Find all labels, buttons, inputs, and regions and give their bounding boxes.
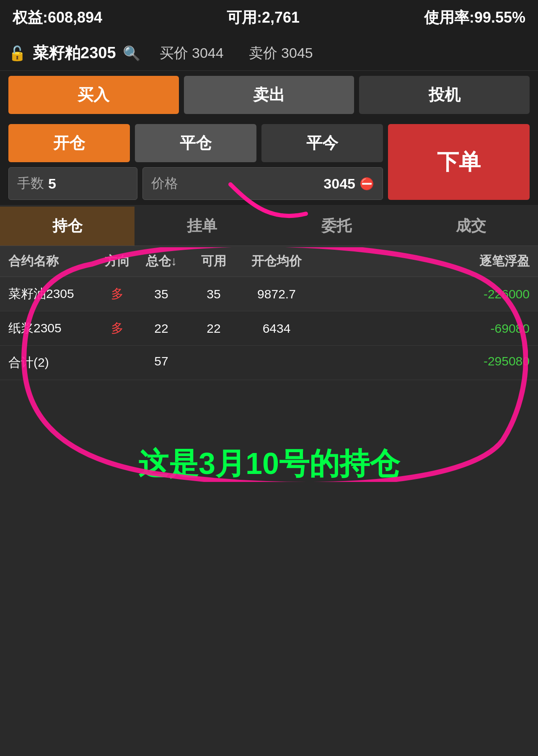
price-label: 价格	[151, 174, 178, 193]
price-section: 买价 3044 卖价 3045	[160, 44, 313, 63]
lots-field[interactable]: 手数 5	[8, 167, 137, 200]
tab-orders[interactable]: 委托	[269, 207, 404, 246]
symbol-row: 🔓 菜籽粕2305 🔍 买价 3044 卖价 3045	[0, 36, 538, 71]
buy-price: 买价 3044	[160, 44, 224, 63]
submit-order-button[interactable]: 下单	[388, 124, 530, 200]
close-today-button[interactable]: 平今	[261, 124, 383, 162]
symbol-name[interactable]: 菜籽粕2305	[33, 42, 116, 64]
input-row: 手数 5 价格 3045 ⛔	[8, 167, 383, 200]
equity-display: 权益:608,894	[13, 8, 102, 28]
link-price-icon[interactable]: ⛔	[360, 177, 374, 191]
col-header-direction: 方向	[101, 253, 134, 270]
lots-label: 手数	[17, 174, 44, 193]
row2-total: 22	[134, 321, 189, 336]
summary-avail-placeholder	[189, 354, 239, 371]
col-header-available: 可用	[189, 253, 239, 270]
col-header-name: 合约名称	[8, 253, 101, 270]
available-display: 可用:2,761	[227, 8, 300, 28]
price-field[interactable]: 价格 3045 ⛔	[142, 167, 383, 200]
summary-row: 合计(2) 57 -295080	[0, 346, 538, 380]
tabs-row: 持仓 挂单 委托 成交	[0, 207, 538, 246]
col-header-open-price: 开仓均价	[239, 253, 314, 270]
usage-display: 使用率:99.55%	[424, 8, 525, 28]
action-row-1: 买入 卖出 投机	[0, 71, 538, 119]
header-bar: 权益:608,894 可用:2,761 使用率:99.55%	[0, 0, 538, 36]
row2-open-price: 6434	[239, 321, 314, 336]
row2-name: 纸浆2305	[8, 320, 101, 337]
row2-direction: 多	[101, 320, 134, 337]
row2-float-pnl: -69080	[314, 321, 530, 336]
speculate-button[interactable]: 投机	[359, 76, 530, 114]
search-icon[interactable]: 🔍	[123, 45, 140, 62]
lock-icon[interactable]: 🔓	[8, 45, 26, 62]
sell-price: 卖价 3045	[249, 44, 313, 63]
tab-pending[interactable]: 挂单	[134, 207, 269, 246]
price-value: 3045	[323, 176, 355, 192]
lots-value: 5	[48, 176, 56, 192]
summary-label: 合计(2)	[8, 354, 101, 371]
table-header: 合约名称 方向 总仓↓ 可用 开仓均价 逐笔浮盈	[0, 246, 538, 277]
table-row[interactable]: 纸浆2305 多 22 22 6434 -69080	[0, 311, 538, 346]
annotation-text: 这是3月10号的持仓	[138, 444, 400, 484]
col-header-total: 总仓↓	[134, 253, 189, 270]
table-row[interactable]: 菜籽油2305 多 35 35 9872.7 -226000	[0, 277, 538, 311]
row1-direction: 多	[101, 285, 134, 303]
summary-dir-placeholder	[101, 354, 134, 371]
sell-button[interactable]: 卖出	[184, 76, 354, 114]
holdings-table: 合约名称 方向 总仓↓ 可用 开仓均价 逐笔浮盈 菜籽油2305 多 35 35…	[0, 246, 538, 380]
bottom-section: 这是3月10号的持仓	[0, 380, 538, 548]
row1-float-pnl: -226000	[314, 287, 530, 301]
tab-holdings[interactable]: 持仓	[0, 207, 134, 246]
tab-deals[interactable]: 成交	[404, 207, 538, 246]
open-position-button[interactable]: 开仓	[8, 124, 130, 162]
row2-available: 22	[189, 321, 239, 336]
row1-name: 菜籽油2305	[8, 285, 101, 303]
buy-button[interactable]: 买入	[8, 76, 179, 114]
row1-total: 35	[134, 287, 189, 301]
summary-float-pnl: -295080	[314, 354, 530, 371]
order-row: 开仓 平仓 平今 手数 5 价格 3045 ⛔ 下单	[0, 119, 538, 205]
summary-price-placeholder	[239, 354, 314, 371]
close-position-button[interactable]: 平仓	[135, 124, 256, 162]
row1-available: 35	[189, 287, 239, 301]
col-header-float-pnl: 逐笔浮盈	[314, 253, 530, 270]
summary-total: 57	[134, 354, 189, 371]
order-section: 开仓 平仓 平今 手数 5 价格 3045 ⛔	[8, 124, 383, 200]
row1-open-price: 9872.7	[239, 287, 314, 301]
